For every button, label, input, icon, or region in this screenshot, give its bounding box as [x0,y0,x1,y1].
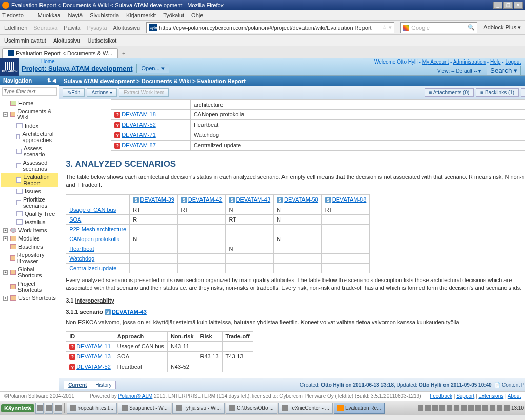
bookmark-star-icon[interactable]: ☆ ▾ [382,24,392,31]
tab-current[interactable]: Current [64,381,91,389]
task-button[interactable]: hopeatilhi.cs.t... [67,403,117,414]
nav-modules[interactable]: +Modules [1,234,58,243]
refresh-icon[interactable]: ⟳ [521,88,525,97]
scenario-link[interactable]: DEVATAM-39 [140,196,174,203]
administration-link[interactable]: Administration [453,59,486,65]
menu-tools[interactable]: Työkalut [163,12,184,18]
menu-file[interactable]: Tiedosto [2,12,31,18]
nav-home[interactable]: Home [1,99,58,107]
menu-edit[interactable]: Muokkaa [38,12,61,18]
nav-testailua[interactable]: testailua [1,218,58,226]
search-box[interactable]: Google 🔍 [400,22,477,33]
content-page-link[interactable]: 📄 Content Page [494,382,525,388]
task-button[interactable]: Saapuneet - W... [118,403,171,414]
support-link[interactable]: Support [456,393,474,399]
reload-button[interactable]: Päivitä [64,25,80,31]
backlinks-pill[interactable]: ≡ Backlinks (1) [476,88,519,97]
nav-arch-approaches[interactable]: Architectural approaches [1,130,58,144]
feedback-link[interactable]: Feedback [430,393,452,399]
scenario-link[interactable]: DEVATAM-58 [284,196,318,203]
task-button[interactable]: Tyhjä sivu - Wi... [172,403,225,414]
tab-history[interactable]: History [91,381,116,389]
polarion-link[interactable]: Polarion® ALM [118,393,153,399]
nav-global-shortcuts[interactable]: +Global Shortcuts [1,265,58,279]
scenario-link[interactable]: DEVATAM-42 [188,196,223,203]
nav-prioritize[interactable]: Prioritize scenarios [1,195,58,210]
clock[interactable]: 13:10 [511,405,524,411]
nav-quality-tree[interactable]: Quality Tree [1,210,58,218]
url-bar[interactable]: cybercom.com https://cpw-polarion.cyberc… [146,22,394,33]
nav-assessed-scenarios[interactable]: Assessed scenarios [1,158,58,173]
workitem-link[interactable]: DEVATAM-52 [122,122,156,128]
my-account-link[interactable]: My Account [422,59,449,65]
open-project-button[interactable]: Open... ▾ [136,64,169,73]
attachments-pill[interactable]: ≡ Attachments (0) [425,88,474,97]
system-tray[interactable]: 13:10 [418,405,524,411]
bookmark-news[interactable]: Uutisotsikot [88,37,117,44]
menu-view[interactable]: Näytä [68,12,83,18]
menu-help[interactable]: Ohje [191,12,203,18]
nav-assess-scenario[interactable]: Assess scenario [1,144,58,158]
bookmark-frequent[interactable]: Useimmin avatut [4,37,46,44]
nav-index[interactable]: Index [1,122,58,130]
workitem-link[interactable]: DEVATAM-18 [122,111,156,117]
expand-icon[interactable]: + [3,236,8,241]
task-button[interactable]: C:\Users\Otto ... [226,403,277,414]
scenario-link[interactable]: DEVATAM-88 [332,196,367,203]
nav-docs-wiki[interactable]: −Documents & Wiki [1,107,58,122]
search-go-icon[interactable]: 🔍 [468,24,475,31]
polarion-logo[interactable]: POLARION [0,58,19,76]
nav-collapse-icon[interactable]: ⇅ ◀ [47,78,56,83]
start-button[interactable]: Käynnistä [1,404,34,412]
workitem-link[interactable]: DEVATAM-87 [122,142,156,148]
nav-project-shortcuts[interactable]: Project Shortcuts [1,279,58,294]
task-button-active[interactable]: Evaluation Re... [334,403,385,414]
extensions-link[interactable]: Extensions [478,393,503,399]
back-button[interactable]: Edellinen [4,25,27,31]
help-link[interactable]: Help [490,59,501,65]
shortcut-icon [10,295,16,301]
quick-launch[interactable] [45,403,53,414]
expand-icon[interactable]: + [3,228,8,233]
nav-evaluation-report[interactable]: Evaluation Report [1,173,58,187]
bookmark-home[interactable]: Aloitussivu [53,37,80,44]
nav-user-shortcuts[interactable]: +User Shortcuts [1,294,58,302]
actions-menu[interactable]: Actions ▾ [87,88,117,97]
search-button[interactable]: Search ▾ [487,66,521,75]
scenario-link[interactable]: DEVATAM-43 [236,196,270,203]
browser-tab[interactable]: Evaluation Report < Documents & W... [2,48,118,58]
quick-launch[interactable] [54,403,62,414]
workitem-link[interactable]: DEVATAM-13 [76,353,111,359]
edit-button[interactable]: ✎Edit [63,88,85,97]
view-selector[interactable]: View: -- Default -- ▾ [437,68,481,74]
minimize-button[interactable]: _ [493,2,502,9]
nav-issues[interactable]: Issues [1,187,58,195]
about-link[interactable]: About [508,393,521,399]
workitem-link[interactable]: DEVATAM-11 [76,343,111,349]
search-placeholder: Google [411,25,429,31]
adblock-button[interactable]: Adblock Plus ▾ [483,24,521,31]
menu-bookmarks[interactable]: Kirjanmerkit [126,12,156,18]
nav-baselines[interactable]: Baselines [1,243,58,251]
workitem-link[interactable]: DEVATAM-52 [76,364,111,370]
scenario-link[interactable]: DEVATAM-43 [112,309,147,315]
site-favicon: cybercom.com [149,24,157,31]
maximize-button[interactable]: ❐ [503,2,513,9]
expand-icon[interactable]: + [3,270,8,275]
logout-link[interactable]: Logout [505,59,521,65]
new-tab-button[interactable]: + [118,49,129,58]
nav-repo-browser[interactable]: Repository Browser [1,251,58,265]
home-link[interactable]: Home [41,58,55,64]
home-button[interactable]: Aloitussivu [113,25,140,31]
quick-launch[interactable] [35,403,44,414]
document-scroll[interactable]: architecture ?DEVATAM-18CANopen protokol… [59,99,525,378]
workitem-link[interactable]: DEVATAM-71 [122,132,156,138]
task-button[interactable]: TeXnicCenter - ... [278,403,333,414]
close-button[interactable]: ✕ [514,2,523,9]
project-title[interactable]: Project: Sulava ATAM development [22,65,132,72]
expand-icon[interactable]: + [3,296,8,301]
menu-history[interactable]: Sivuhistoria [90,12,119,18]
nav-work-items[interactable]: +Work Items [1,226,58,234]
nav-filter-input[interactable] [2,87,57,96]
collapse-icon[interactable]: − [3,112,8,117]
